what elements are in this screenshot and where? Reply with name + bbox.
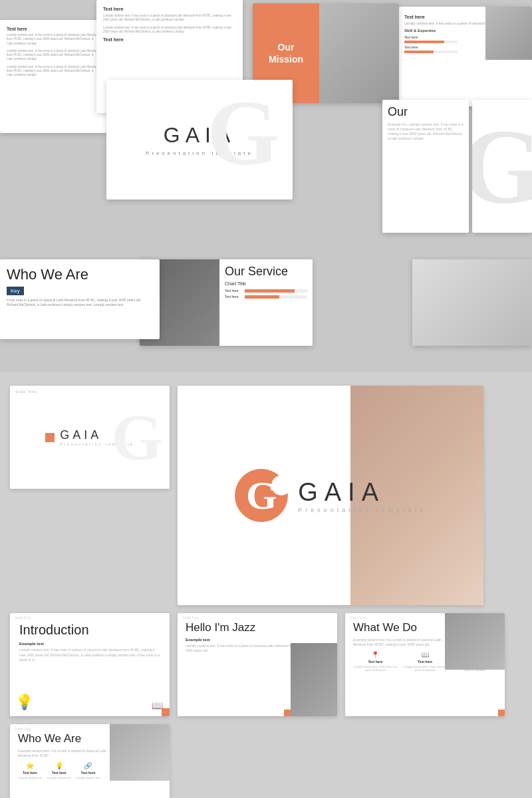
whatwedo-lorem: Example random text. It is a truth is se… [353,638,446,647]
hello-orange-corner [284,710,291,716]
hello-person-photo [291,643,337,716]
whatwedo-icon-sub-1: Lsimply random text. It has roots in a p… [353,665,398,672]
gaia-orange-circle: G [235,469,288,522]
whoweare-icon-3: 🔗 [84,762,92,769]
service-bar-track-1 [245,289,307,293]
gaia-big-slide: G GAIA Presentation template [178,386,483,605]
skill-slide: Text here Lsimply random text. It has ro… [399,7,532,106]
whatwedo-orange-corner [498,710,505,716]
hello-title: Hello I'm Jazz [186,621,329,634]
intro-title: Introduction [19,622,160,638]
center-lorem-1: Lsimply random text. It has roots in a p… [103,14,236,23]
whatwedo-slide: Slide Title What We Do Example random te… [345,613,505,716]
whoweare-top-slide: Who We Are Key It has roots in a piece o… [0,259,160,339]
skill-bar-track-2 [404,51,458,53]
whoweare-icon-sub-3: Lsimply random text [76,776,100,779]
gaia-big-title: GAIA [298,478,426,507]
skill-photo [485,7,532,60]
big-g-letter: G [472,105,532,228]
our-right-title: Our [388,105,464,119]
whoweare-slide-label: Slide Title [15,728,31,731]
chart-title: Chart Title [225,281,307,286]
service-bar-label-2: Text here [225,295,245,299]
whoweare-icon-item-3: 🔗 Text here Lsimply random text [76,762,100,779]
lorem-1: Lsimply random text. It has roots in a p… [7,33,100,46]
gaia-g-watermark: G [207,86,279,180]
lorem-3: Lsimply random text. It has roots in a p… [7,65,100,78]
skill-bar-fill-2 [404,51,434,53]
whatwedo-slide-label: Slide Title [350,616,366,620]
our-right-slide: Our Example #11. Lsimply random text, It… [382,100,469,233]
whatwedo-photo [445,613,505,670]
whoweare-icon-2: 💡 [55,762,63,769]
whatwedo-icon-sub-2: Lsimply random text. It has roots in a p… [403,665,448,672]
center-text-here: Text here [103,7,236,11]
sculpture-photo [412,259,532,346]
whatwedo-icon-1: 📍 [371,651,379,658]
top-slides-section: Text here Lsimply random text. It has ro… [0,0,532,372]
mid-whoweare-slide: Slide Title Who We Are Example random te… [10,724,170,798]
gaia-small-label: Slide Title [15,390,37,394]
service-slide: Our Service Chart Title Text here Text h… [140,259,313,346]
intro-lorem: Lsimply random text. It has roots in a p… [19,648,160,663]
mid-g-watermark: G [111,399,163,475]
who-title: Who We Are [7,266,153,283]
circle-cutout [271,475,291,495]
whoweare-icon-sub-2: Lsimply random text [47,776,71,779]
center-text-here-2: Text here [103,37,236,42]
service-bar-fill-1 [245,289,295,293]
whatwedo-icon-item-1: 📍 Text here Lsimply random text. It has … [353,651,398,672]
whoweare-icon-label-1: Text here [23,771,37,775]
service-bar-fill-2 [245,295,279,299]
gaia-small-slide: Slide Title G GAIA Presentation template [10,386,170,489]
hello-slide-label: Slide Title [182,616,199,620]
whoweare-photo [110,724,170,781]
skill-bar-fill-1 [404,41,444,43]
whatwedo-icon-label-1: Text here [368,660,382,664]
gaia-big-inner: G GAIA Presentation template [235,469,426,522]
text-slide-topleft: Text here Lsimply random text. It has ro… [0,20,106,133]
mission-photo-img [319,3,399,103]
whoweare-icon-label-3: Text here [81,771,96,775]
intro-slide: Slide Title Introduction Example text Ls… [10,613,170,716]
intro-slide-label: Slide Title [15,616,31,620]
whatwedo-icon-item-2: 📖 Text here Lsimply random text. It has … [403,651,448,672]
sculpture-slide [412,259,532,346]
gaia-big-sub: Presentation template [298,507,426,513]
lorem-2: Lsimply random text. It has roots in a p… [7,49,100,62]
gaia-big-text: GAIA Presentation template [298,478,426,513]
whoweare-icon-label-2: Text here [52,771,66,775]
gaia-main-slide: G GAIA Presentation template [106,80,293,200]
center-lorem-2: Lsimply random text. It has roots in a p… [103,26,236,35]
service-right: Our Service Chart Title Text here Text h… [219,259,313,346]
text-here-label: Text here [7,27,100,31]
whoweare-icon-item-2: 💡 Text here Lsimply random text [47,762,71,779]
g-right-slide: G [472,100,532,233]
whoweare-icon-item-1: ⭐ Text here Lsimply random text [18,762,42,779]
intro-example: Example text [19,642,160,646]
service-bar-track-2 [245,295,307,299]
hello-slide: Slide Title Hello I'm Jazz Example text … [178,613,337,716]
whoweare-mid-lorem: Example random text. It is a truth is se… [18,749,111,758]
hello-example: Example text [186,638,329,642]
orange-square [45,433,55,442]
service-bar-row-1: Text here [225,289,307,293]
service-bar-label-1: Text here [225,289,245,293]
who-lorem: It has roots in a piece of classical Lat… [7,298,153,307]
who-key-badge: Key [7,287,24,295]
middle-section: Slide Title G GAIA Presentation template… [0,372,532,798]
our-right-lorem: Example #11. Lsimply random text, It has… [388,122,464,141]
lamp-icon: 💡 [15,694,33,711]
whoweare-icon-sub-1: Lsimply random text [18,776,42,779]
service-bar-row-2: Text here [225,295,307,299]
intro-orange-corner [162,708,170,716]
whoweare-icon-1: ⭐ [26,762,34,769]
whatwedo-icon-2: 📖 [421,651,429,658]
skill-bar-track-1 [404,41,458,43]
service-title: Our Service [225,265,307,279]
whatwedo-icon-label-2: Text here [418,660,432,664]
mission-photo [319,3,399,103]
